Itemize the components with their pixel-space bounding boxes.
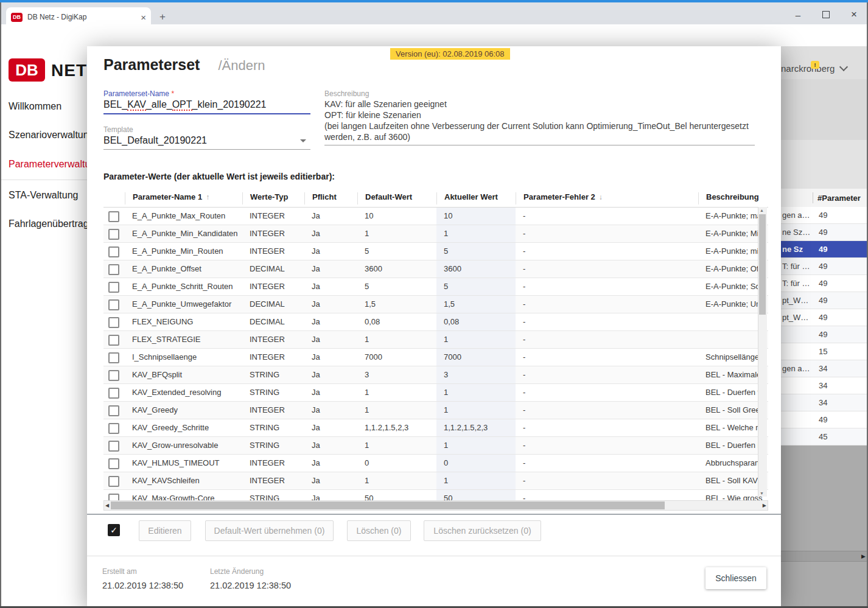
scroll-down-icon[interactable]: ▼ <box>760 491 764 495</box>
sidebar-item-willkommen[interactable]: Willkommen <box>9 101 61 112</box>
header-default-wert[interactable]: Default-Wert <box>357 192 436 204</box>
row-checkbox[interactable] <box>108 282 119 293</box>
sidebar-item-sta-verwaltung[interactable]: STA-Verwaltung <box>9 190 78 201</box>
parameterset-name-value[interactable]: BEL_KAV_alle_OPT_klein_20190221 <box>103 99 266 110</box>
row-checkbox-cell <box>103 402 125 419</box>
cell-aktuell[interactable]: 3600 <box>436 260 516 278</box>
cell-aktuell[interactable]: 7000 <box>436 349 516 366</box>
background-table-row[interactable]: gen a…49 <box>781 207 868 224</box>
header-aktueller-wert[interactable]: Aktueller Wert <box>436 192 516 204</box>
cell-aktuell[interactable]: 0 <box>436 455 516 472</box>
cell-name: E_A_Punkte_Min_Routen <box>125 243 242 260</box>
window-close-button[interactable]: × <box>840 5 868 24</box>
table-vscrollbar[interactable]: ▲ ▼ <box>758 207 767 497</box>
row-checkbox[interactable] <box>108 458 119 469</box>
loeschen-button[interactable]: Löschen (0) <box>347 520 411 541</box>
background-table-row[interactable]: pt_W…49 <box>781 292 868 309</box>
footer-divider <box>87 556 781 556</box>
cell-fehler: - <box>516 278 698 295</box>
description-line: KAV: für alle Szenarien geeignet <box>324 99 757 110</box>
description-text[interactable]: KAV: für alle Szenarien geeignetOPT: für… <box>324 99 757 142</box>
background-table-row[interactable]: T: für …49 <box>781 275 868 292</box>
window-minimize-button[interactable]: – <box>784 5 812 24</box>
cell-name: KAV_Grow-unresolvable <box>125 437 242 454</box>
cell-aktuell[interactable]: 1,1.2,1.5,2,3 <box>436 419 516 436</box>
row-checkbox[interactable] <box>108 352 119 363</box>
cell-aktuell[interactable]: 3 <box>436 366 516 383</box>
row-checkbox[interactable] <box>108 441 119 452</box>
dropdown-arrow-icon[interactable] <box>300 139 306 142</box>
cell-fehler: - <box>516 313 698 330</box>
parameter-count: 34 <box>819 398 827 407</box>
cell-aktuell[interactable]: 10 <box>436 208 516 225</box>
scroll-right-icon[interactable]: ▶ <box>861 553 866 559</box>
cell-aktuell[interactable]: 1 <box>436 331 516 348</box>
background-table-row[interactable]: 34 <box>781 394 868 411</box>
background-table-row[interactable]: gen a…34 <box>781 360 868 377</box>
loeschen-zuruecksetzen-button[interactable]: Löschen zurücksetzen (0) <box>424 520 541 541</box>
background-hscrollbar[interactable]: ▶ <box>781 551 868 562</box>
scroll-right-icon[interactable]: ▶ <box>763 503 766 508</box>
header-parameter-fehler[interactable]: Parameter-Fehler 2↓ <box>516 192 698 204</box>
cell-aktuell[interactable]: 1,5 <box>436 296 516 313</box>
row-checkbox[interactable] <box>108 317 119 328</box>
schliessen-button[interactable]: Schliessen <box>705 567 766 589</box>
sidebar-item-szenarioverwaltung[interactable]: Szenarioverwaltung <box>9 130 94 141</box>
background-table-row[interactable]: T: für …49 <box>781 258 868 275</box>
header-parameter-name[interactable]: Parameter-Name 1↑ <box>125 192 242 204</box>
row-checkbox[interactable] <box>108 264 119 275</box>
row-checkbox[interactable] <box>108 476 119 487</box>
scroll-left-icon[interactable]: ◀ <box>105 503 109 508</box>
minimize-icon: – <box>796 10 800 20</box>
select-all-checkbox[interactable]: ✓ <box>108 524 120 536</box>
cell-aktuell[interactable]: 1 <box>436 472 516 489</box>
new-tab-button[interactable]: + <box>159 11 166 23</box>
background-table-row[interactable]: 45 <box>781 428 868 446</box>
row-checkbox[interactable] <box>108 229 119 240</box>
tab-close-icon[interactable]: × <box>141 13 146 22</box>
header-beschreibung[interactable]: Beschreibung <box>698 192 768 204</box>
default-wert-uebernehmen-button[interactable]: Default-Wert übernehmen (0) <box>205 520 334 541</box>
background-table-row[interactable]: 15 <box>781 343 868 360</box>
row-checkbox[interactable] <box>108 405 119 416</box>
cell-default: 5 <box>357 243 436 260</box>
user-menu[interactable]: narckronberg <box>781 46 868 79</box>
background-table-row[interactable]: pt_W…49 <box>781 309 868 326</box>
row-checkbox-cell <box>103 384 125 401</box>
header-pflicht[interactable]: Pflicht <box>304 192 357 204</box>
background-table-row[interactable]: 49 <box>781 411 868 428</box>
cell-aktuell[interactable]: 1 <box>436 384 516 401</box>
parameterset-name-label: Parameterset-Name * <box>103 89 174 98</box>
header-werte-typ[interactable]: Werte-Typ <box>242 192 304 204</box>
row-checkbox[interactable] <box>108 211 119 222</box>
row-checkbox-cell <box>103 208 125 225</box>
background-table-row[interactable]: 49 <box>781 326 868 343</box>
row-checkbox[interactable] <box>108 299 119 310</box>
vscroll-thumb[interactable] <box>759 214 766 315</box>
editieren-button[interactable]: Editieren <box>139 520 191 541</box>
cell-aktuell[interactable]: 5 <box>436 243 516 260</box>
tab-title: DB Netz - DigiKap <box>27 13 141 21</box>
check-icon: ✓ <box>110 525 117 535</box>
row-checkbox[interactable] <box>108 423 119 434</box>
window-maximize-button[interactable] <box>812 5 840 24</box>
background-table-row[interactable]: ne Sz49 <box>781 241 868 258</box>
template-select[interactable]: BEL_Default_20190221 <box>103 135 207 146</box>
row-checkbox[interactable] <box>108 388 119 399</box>
row-checkbox[interactable] <box>108 246 119 257</box>
cell-aktuell[interactable]: 5 <box>436 278 516 295</box>
row-checkbox[interactable] <box>108 335 119 346</box>
cell-aktuell[interactable]: 1 <box>436 225 516 242</box>
cell-aktuell[interactable]: 1 <box>436 402 516 419</box>
cell-aktuell[interactable]: 1 <box>436 437 516 454</box>
row-checkbox[interactable] <box>108 370 119 381</box>
table-hscrollbar[interactable]: ◀ ▶ <box>103 500 768 511</box>
scroll-up-icon[interactable]: ▲ <box>760 208 764 212</box>
browser-toolbar: ← → https://konbel-eu-web.konbel.comp.db… <box>0 24 868 47</box>
cell-name: E_A_Punkte_Offset <box>125 260 242 278</box>
background-table-row[interactable]: 34 <box>781 377 868 394</box>
background-table-row[interactable]: ne Sz…49 <box>781 224 868 241</box>
cell-aktuell[interactable]: 0,08 <box>436 313 516 330</box>
row-checkbox-cell <box>103 349 125 366</box>
hscroll-thumb[interactable] <box>111 501 665 509</box>
